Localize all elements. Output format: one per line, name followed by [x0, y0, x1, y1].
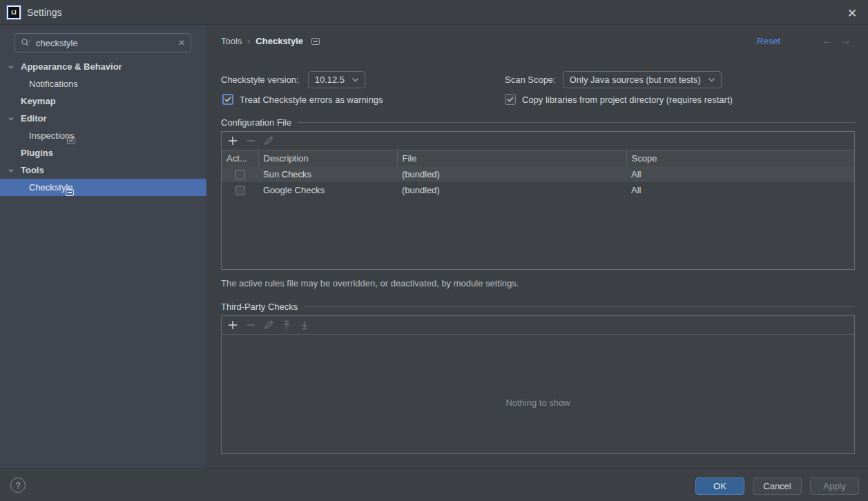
sidebar-item-keymap[interactable]: Keymap: [0, 92, 206, 110]
divider: [298, 122, 855, 123]
divider: [304, 306, 855, 307]
configuration-file-section-header: Configuration File: [221, 117, 855, 128]
scan-scope-value: Only Java sources (but not tests): [570, 75, 701, 85]
breadcrumb-separator: ›: [247, 37, 250, 46]
move-down-icon[interactable]: [299, 320, 310, 331]
search-icon: [21, 38, 31, 48]
sidebar-item-plugins[interactable]: Plugins: [0, 144, 206, 161]
chevron-down-icon: [708, 77, 715, 82]
remove-icon[interactable]: [245, 135, 256, 146]
clear-search-icon[interactable]: ✕: [178, 38, 185, 48]
third-party-panel: Nothing to show: [221, 315, 855, 454]
add-icon[interactable]: [227, 320, 238, 331]
breadcrumb-tools[interactable]: Tools: [221, 36, 242, 46]
copy-libraries-row: Copy libraries from project directory (r…: [505, 94, 733, 105]
history-nav: ← →: [822, 35, 851, 47]
treat-errors-row: Treat Checkstyle errors as warnings: [222, 94, 383, 105]
checkstyle-settings-panel: Tools › Checkstyle Reset ← → Checkstyle …: [208, 26, 868, 468]
ok-button[interactable]: OK: [695, 478, 744, 495]
scan-scope-row: Scan Scope: Only Java sources (but not t…: [505, 71, 722, 88]
table-row[interactable]: Sun Checks (bundled) All: [222, 166, 854, 182]
dialog-footer: ? OK Cancel Apply: [0, 468, 868, 501]
chevron-down-icon: [8, 167, 15, 174]
configuration-table: Act... Description File Scope Sun Checks…: [222, 150, 854, 198]
scan-scope-label: Scan Scope:: [505, 75, 556, 85]
title-bar: IJ Settings ✕: [0, 0, 868, 25]
add-icon[interactable]: [227, 135, 238, 146]
breadcrumb: Tools › Checkstyle: [221, 36, 320, 46]
reset-link[interactable]: Reset: [757, 36, 780, 46]
breadcrumb-checkstyle: Checkstyle: [255, 36, 303, 46]
sidebar-item-notifications[interactable]: Notifications: [0, 75, 206, 92]
chevron-down-icon: [351, 77, 359, 82]
cell-description: Sun Checks: [258, 166, 397, 182]
configuration-file-title: Configuration File: [221, 117, 291, 128]
window-title: Settings: [27, 7, 62, 18]
third-party-title: Third-Party Checks: [221, 302, 298, 312]
copy-libraries-label: Copy libraries from project directory (r…: [522, 95, 733, 105]
third-party-section-header: Third-Party Checks: [221, 302, 855, 312]
sidebar-item-inspections[interactable]: Inspections: [0, 127, 206, 144]
settings-tree: Appearance & Behavior Notifications Keym…: [0, 58, 206, 196]
cell-file: (bundled): [397, 182, 626, 198]
active-checkbox[interactable]: [235, 186, 245, 195]
sidebar-item-tools[interactable]: Tools: [0, 161, 206, 179]
cell-scope: All: [626, 166, 854, 182]
column-active[interactable]: Act...: [222, 150, 258, 166]
version-row: Checkstyle version: 10.12.5: [221, 71, 365, 88]
edit-icon[interactable]: [263, 320, 274, 331]
sidebar-item-checkstyle[interactable]: Checkstyle: [0, 179, 206, 196]
empty-list-message: Nothing to show: [222, 397, 854, 408]
sidebar-item-label: Plugins: [21, 148, 53, 158]
sidebar-item-label: Keymap: [21, 96, 56, 106]
checkmark-icon: [507, 97, 514, 102]
edit-icon[interactable]: [263, 135, 274, 146]
intellij-logo-icon: IJ: [7, 6, 21, 19]
cancel-button[interactable]: Cancel: [753, 478, 802, 495]
settings-badge-icon: [67, 137, 75, 144]
sidebar-item-appearance-behavior[interactable]: Appearance & Behavior: [0, 58, 206, 75]
settings-dialog: IJ Settings ✕ ✕ Appearance & Behavior No…: [0, 0, 868, 501]
sidebar-item-editor[interactable]: Editor: [0, 110, 206, 127]
chevron-down-icon: [8, 115, 15, 122]
sidebar-item-label: Editor: [21, 113, 47, 124]
column-scope[interactable]: Scope: [626, 150, 854, 166]
settings-badge-icon: [311, 38, 320, 45]
treat-errors-checkbox[interactable]: [222, 94, 233, 105]
configuration-toolbar: [222, 132, 854, 150]
treat-errors-label: Treat Checkstyle errors as warnings: [240, 95, 383, 105]
sidebar-item-label: Notifications: [29, 79, 78, 89]
module-override-note: The active rules file may be overridden,…: [221, 278, 519, 288]
checkmark-icon: [224, 97, 231, 102]
table-row[interactable]: Google Checks (bundled) All: [222, 182, 854, 198]
third-party-toolbar: [222, 316, 854, 335]
configuration-file-panel: Act... Description File Scope Sun Checks…: [221, 131, 855, 270]
back-arrow-icon[interactable]: ←: [822, 35, 833, 47]
column-description[interactable]: Description: [258, 150, 397, 166]
search-input[interactable]: [36, 38, 178, 48]
cell-scope: All: [626, 182, 854, 198]
footer-buttons: OK Cancel Apply: [695, 478, 859, 495]
cell-description: Google Checks: [258, 182, 397, 198]
close-icon[interactable]: ✕: [845, 6, 860, 21]
version-value: 10.12.5: [315, 75, 345, 85]
column-file[interactable]: File: [397, 150, 626, 166]
version-label: Checkstyle version:: [221, 75, 299, 85]
version-dropdown[interactable]: 10.12.5: [308, 71, 365, 88]
forward-arrow-icon[interactable]: →: [840, 35, 851, 47]
settings-badge-icon: [66, 189, 74, 196]
sidebar-item-label: Appearance & Behavior: [21, 61, 122, 72]
cell-file: (bundled): [397, 166, 626, 182]
chevron-down-icon: [8, 63, 15, 70]
table-header-row: Act... Description File Scope: [222, 150, 854, 166]
copy-libraries-checkbox[interactable]: [505, 94, 516, 105]
apply-button[interactable]: Apply: [810, 478, 859, 495]
active-checkbox[interactable]: [235, 170, 245, 179]
move-up-icon[interactable]: [281, 320, 292, 331]
settings-search-field[interactable]: ✕: [15, 33, 191, 52]
sidebar-item-label: Tools: [21, 165, 44, 175]
help-icon[interactable]: ?: [10, 478, 26, 493]
scan-scope-dropdown[interactable]: Only Java sources (but not tests): [563, 71, 722, 88]
settings-sidebar: ✕ Appearance & Behavior Notifications Ke…: [0, 26, 207, 468]
remove-icon[interactable]: [245, 320, 256, 331]
